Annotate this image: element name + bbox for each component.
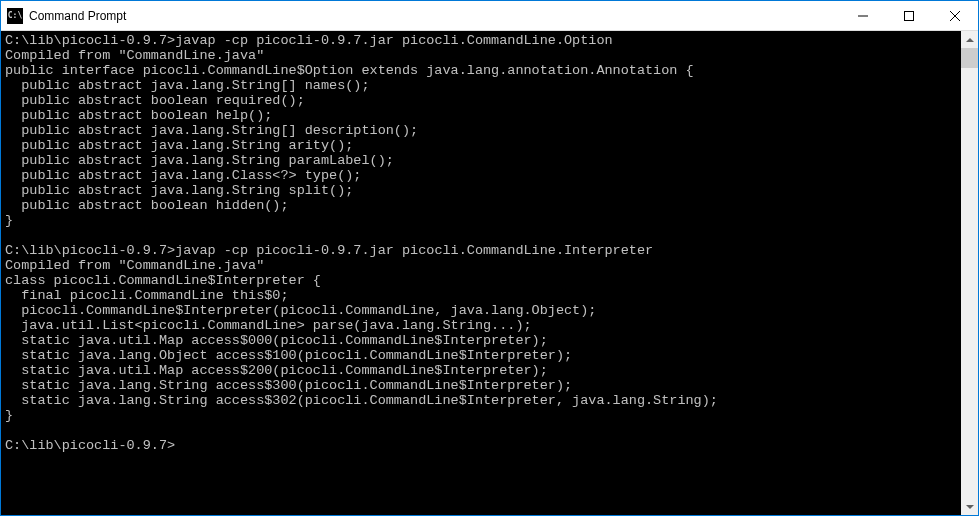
output-line: public abstract java.lang.String[] descr…	[5, 123, 418, 138]
svg-marker-4	[966, 38, 974, 42]
output-line: public abstract boolean hidden();	[5, 198, 289, 213]
scroll-up-button[interactable]	[961, 31, 978, 48]
minimize-button[interactable]	[840, 1, 886, 31]
prompt: C:\lib\picocli-0.9.7>	[5, 33, 175, 48]
output-line: static java.lang.Object access$100(picoc…	[5, 348, 572, 363]
window-controls	[840, 1, 978, 30]
output-line: java.util.List<picocli.CommandLine> pars…	[5, 318, 532, 333]
output-line: final picocli.CommandLine this$0;	[5, 288, 289, 303]
output-line: public abstract java.lang.String split()…	[5, 183, 353, 198]
output-line: class picocli.CommandLine$Interpreter {	[5, 273, 321, 288]
prompt: C:\lib\picocli-0.9.7>	[5, 243, 175, 258]
output-line: Compiled from "CommandLine.java"	[5, 48, 264, 63]
close-button[interactable]	[932, 1, 978, 31]
output-line: static java.lang.String access$302(picoc…	[5, 393, 718, 408]
output-line: public abstract java.lang.String paramLa…	[5, 153, 394, 168]
output-line: picocli.CommandLine$Interpreter(picocli.…	[5, 303, 596, 318]
output-line: static java.util.Map access$000(picocli.…	[5, 333, 548, 348]
scroll-track[interactable]	[961, 48, 978, 498]
app-icon: C:\	[7, 8, 23, 24]
terminal-area: C:\lib\picocli-0.9.7>javap -cp picocli-0…	[1, 31, 978, 515]
output-line: static java.util.Map access$200(picocli.…	[5, 363, 548, 378]
output-line: public abstract boolean help();	[5, 108, 272, 123]
scroll-down-button[interactable]	[961, 498, 978, 515]
output-line: Compiled from "CommandLine.java"	[5, 258, 264, 273]
command-text: javap -cp picocli-0.9.7.jar picocli.Comm…	[175, 243, 653, 258]
output-line: public abstract java.lang.String[] names…	[5, 78, 370, 93]
svg-marker-5	[966, 505, 974, 509]
command-text: javap -cp picocli-0.9.7.jar picocli.Comm…	[175, 33, 612, 48]
output-line: }	[5, 408, 13, 423]
output-line: static java.lang.String access$300(picoc…	[5, 378, 572, 393]
scroll-thumb[interactable]	[961, 48, 978, 68]
output-line: public abstract java.lang.String arity()…	[5, 138, 353, 153]
output-line: public interface picocli.CommandLine$Opt…	[5, 63, 694, 78]
svg-rect-1	[905, 12, 914, 21]
window-title: Command Prompt	[29, 9, 840, 23]
maximize-button[interactable]	[886, 1, 932, 31]
output-line: public abstract boolean required();	[5, 93, 305, 108]
vertical-scrollbar[interactable]	[961, 31, 978, 515]
titlebar[interactable]: C:\ Command Prompt	[1, 1, 978, 31]
prompt: C:\lib\picocli-0.9.7>	[5, 438, 175, 453]
output-line: public abstract java.lang.Class<?> type(…	[5, 168, 361, 183]
terminal-output[interactable]: C:\lib\picocli-0.9.7>javap -cp picocli-0…	[1, 31, 961, 515]
output-line: }	[5, 213, 13, 228]
